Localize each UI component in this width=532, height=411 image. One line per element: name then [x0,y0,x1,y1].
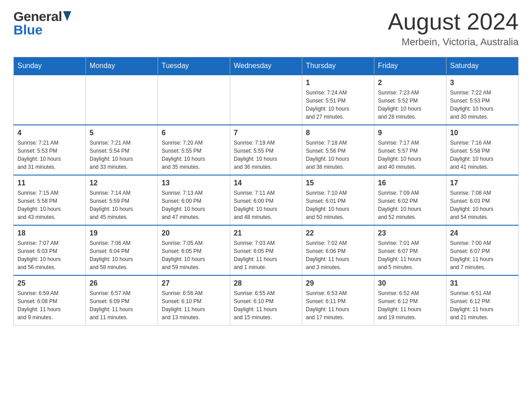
week-row-3: 11Sunrise: 7:15 AM Sunset: 5:58 PM Dayli… [14,175,519,225]
day-info: Sunrise: 7:23 AM Sunset: 5:52 PM Dayligh… [378,89,442,121]
calendar-cell [230,75,302,125]
calendar-table: Sunday Monday Tuesday Wednesday Thursday… [13,57,519,325]
day-info: Sunrise: 7:01 AM Sunset: 6:07 PM Dayligh… [378,239,442,271]
calendar-cell: 26Sunrise: 6:57 AM Sunset: 6:09 PM Dayli… [86,275,158,325]
logo-blue-text: Blue [13,22,43,38]
day-number: 18 [17,229,82,237]
day-info: Sunrise: 7:15 AM Sunset: 5:58 PM Dayligh… [17,189,82,221]
day-info: Sunrise: 6:52 AM Sunset: 6:12 PM Dayligh… [378,289,442,321]
calendar-cell: 22Sunrise: 7:02 AM Sunset: 6:06 PM Dayli… [302,225,374,275]
day-info: Sunrise: 7:03 AM Sunset: 6:05 PM Dayligh… [234,239,298,271]
calendar-cell: 29Sunrise: 6:53 AM Sunset: 6:11 PM Dayli… [302,275,374,325]
calendar-cell: 13Sunrise: 7:13 AM Sunset: 6:00 PM Dayli… [158,175,230,225]
day-number: 7 [234,129,298,137]
day-info: Sunrise: 7:17 AM Sunset: 5:57 PM Dayligh… [378,139,442,171]
day-info: Sunrise: 7:21 AM Sunset: 5:54 PM Dayligh… [90,139,154,171]
col-saturday: Saturday [446,57,519,75]
month-title: August 2024 [388,9,519,34]
day-number: 17 [450,179,515,187]
week-row-2: 4Sunrise: 7:21 AM Sunset: 5:53 PM Daylig… [14,125,519,175]
page-header: General Blue August 2024 Merbein, Victor… [13,9,519,48]
day-number: 8 [306,129,370,137]
day-info: Sunrise: 7:09 AM Sunset: 6:02 PM Dayligh… [378,189,442,221]
day-number: 28 [234,279,298,287]
calendar-cell: 4Sunrise: 7:21 AM Sunset: 5:53 PM Daylig… [14,125,86,175]
week-row-5: 25Sunrise: 6:59 AM Sunset: 6:08 PM Dayli… [14,275,519,325]
calendar-cell: 5Sunrise: 7:21 AM Sunset: 5:54 PM Daylig… [86,125,158,175]
week-row-4: 18Sunrise: 7:07 AM Sunset: 6:03 PM Dayli… [14,225,519,275]
calendar-header-row: Sunday Monday Tuesday Wednesday Thursday… [14,57,519,75]
week-row-1: 1Sunrise: 7:24 AM Sunset: 5:51 PM Daylig… [14,75,519,125]
calendar-cell: 12Sunrise: 7:14 AM Sunset: 5:59 PM Dayli… [86,175,158,225]
day-info: Sunrise: 7:14 AM Sunset: 5:59 PM Dayligh… [90,189,154,221]
logo: General Blue [13,9,71,38]
day-info: Sunrise: 7:13 AM Sunset: 6:00 PM Dayligh… [162,189,226,221]
day-info: Sunrise: 7:16 AM Sunset: 5:58 PM Dayligh… [450,139,515,171]
location: Merbein, Victoria, Australia [388,36,519,48]
calendar-cell: 17Sunrise: 7:08 AM Sunset: 6:03 PM Dayli… [446,175,519,225]
col-tuesday: Tuesday [158,57,230,75]
day-info: Sunrise: 6:59 AM Sunset: 6:08 PM Dayligh… [17,289,82,321]
day-number: 5 [90,129,154,137]
calendar-cell: 6Sunrise: 7:20 AM Sunset: 5:55 PM Daylig… [158,125,230,175]
day-number: 6 [162,129,226,137]
day-info: Sunrise: 7:11 AM Sunset: 6:00 PM Dayligh… [234,189,298,221]
day-info: Sunrise: 6:56 AM Sunset: 6:10 PM Dayligh… [162,289,226,321]
day-info: Sunrise: 7:05 AM Sunset: 6:05 PM Dayligh… [162,239,226,271]
logo-arrow-icon [63,11,71,23]
calendar-cell: 9Sunrise: 7:17 AM Sunset: 5:57 PM Daylig… [374,125,446,175]
day-number: 14 [234,179,298,187]
day-number: 1 [306,79,370,87]
day-number: 23 [378,229,442,237]
day-number: 24 [450,229,515,237]
day-info: Sunrise: 7:19 AM Sunset: 5:55 PM Dayligh… [234,139,298,171]
day-number: 20 [162,229,226,237]
day-number: 13 [162,179,226,187]
calendar-cell: 1Sunrise: 7:24 AM Sunset: 5:51 PM Daylig… [302,75,374,125]
day-number: 11 [17,179,82,187]
calendar-cell: 3Sunrise: 7:22 AM Sunset: 5:53 PM Daylig… [446,75,519,125]
col-friday: Friday [374,57,446,75]
calendar-cell: 8Sunrise: 7:18 AM Sunset: 5:56 PM Daylig… [302,125,374,175]
calendar-cell: 2Sunrise: 7:23 AM Sunset: 5:52 PM Daylig… [374,75,446,125]
day-number: 9 [378,129,442,137]
day-number: 25 [17,279,82,287]
day-info: Sunrise: 7:10 AM Sunset: 6:01 PM Dayligh… [306,189,370,221]
day-info: Sunrise: 7:00 AM Sunset: 6:07 PM Dayligh… [450,239,515,271]
day-info: Sunrise: 7:18 AM Sunset: 5:56 PM Dayligh… [306,139,370,171]
calendar-cell: 23Sunrise: 7:01 AM Sunset: 6:07 PM Dayli… [374,225,446,275]
day-number: 10 [450,129,515,137]
day-info: Sunrise: 7:07 AM Sunset: 6:03 PM Dayligh… [17,239,82,271]
calendar-cell: 28Sunrise: 6:55 AM Sunset: 6:10 PM Dayli… [230,275,302,325]
calendar-cell: 14Sunrise: 7:11 AM Sunset: 6:00 PM Dayli… [230,175,302,225]
day-info: Sunrise: 7:20 AM Sunset: 5:55 PM Dayligh… [162,139,226,171]
day-info: Sunrise: 7:06 AM Sunset: 6:04 PM Dayligh… [90,239,154,271]
calendar-cell: 31Sunrise: 6:51 AM Sunset: 6:12 PM Dayli… [446,275,519,325]
day-info: Sunrise: 6:51 AM Sunset: 6:12 PM Dayligh… [450,289,515,321]
calendar-cell [14,75,86,125]
calendar-cell [158,75,230,125]
day-number: 30 [378,279,442,287]
col-wednesday: Wednesday [230,57,302,75]
day-info: Sunrise: 7:02 AM Sunset: 6:06 PM Dayligh… [306,239,370,271]
calendar-cell: 10Sunrise: 7:16 AM Sunset: 5:58 PM Dayli… [446,125,519,175]
calendar-cell: 18Sunrise: 7:07 AM Sunset: 6:03 PM Dayli… [14,225,86,275]
calendar-cell: 7Sunrise: 7:19 AM Sunset: 5:55 PM Daylig… [230,125,302,175]
day-number: 16 [378,179,442,187]
day-number: 3 [450,79,515,87]
day-info: Sunrise: 7:24 AM Sunset: 5:51 PM Dayligh… [306,89,370,121]
col-monday: Monday [86,57,158,75]
day-number: 29 [306,279,370,287]
day-number: 31 [450,279,515,287]
day-number: 19 [90,229,154,237]
calendar-cell: 27Sunrise: 6:56 AM Sunset: 6:10 PM Dayli… [158,275,230,325]
day-number: 22 [306,229,370,237]
day-info: Sunrise: 6:57 AM Sunset: 6:09 PM Dayligh… [90,289,154,321]
calendar-cell: 25Sunrise: 6:59 AM Sunset: 6:08 PM Dayli… [14,275,86,325]
svg-marker-0 [63,11,71,21]
calendar-cell [86,75,158,125]
day-number: 12 [90,179,154,187]
day-info: Sunrise: 6:55 AM Sunset: 6:10 PM Dayligh… [234,289,298,321]
day-number: 27 [162,279,226,287]
calendar-cell: 21Sunrise: 7:03 AM Sunset: 6:05 PM Dayli… [230,225,302,275]
